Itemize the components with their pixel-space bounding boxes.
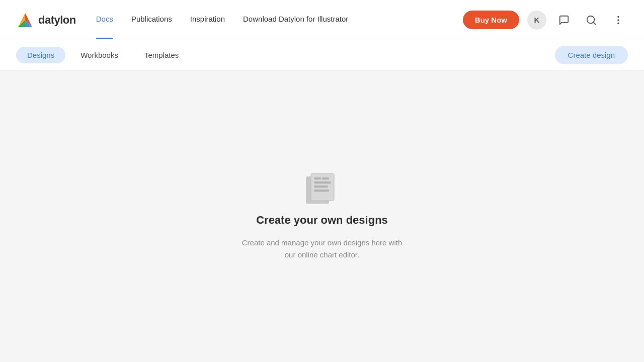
nav-link-download[interactable]: Download Datylon for Illustrator (243, 15, 348, 25)
nav-link-docs[interactable]: Docs (96, 15, 113, 25)
tab-workbooks[interactable]: Workbooks (69, 47, 129, 63)
svg-rect-11 (314, 182, 331, 184)
tabs-left: Designs Workbooks Templates (16, 47, 190, 63)
tab-designs[interactable]: Designs (16, 47, 65, 63)
more-options-icon (613, 15, 624, 26)
chat-icon-button[interactable] (554, 11, 574, 30)
svg-point-6 (618, 16, 619, 17)
nav-right: Buy Now K (463, 11, 628, 30)
logo-link[interactable]: datylon (16, 11, 76, 29)
nav-links: Docs Publications Inspiration Download D… (96, 15, 463, 25)
empty-state: Create your own designs Create and manag… (236, 171, 408, 261)
svg-rect-13 (314, 190, 329, 192)
main-content: Create your own designs Create and manag… (0, 70, 644, 362)
more-options-button[interactable] (609, 11, 628, 30)
search-icon (586, 15, 597, 26)
navbar: datylon Docs Publications Inspiration Do… (0, 0, 644, 40)
svg-point-7 (618, 20, 619, 21)
logo-text: datylon (38, 14, 76, 27)
nav-link-inspiration[interactable]: Inspiration (190, 15, 225, 25)
svg-line-5 (593, 22, 595, 24)
nav-link-publications[interactable]: Publications (131, 15, 172, 25)
create-design-button[interactable]: Create design (555, 46, 628, 64)
chat-icon (558, 15, 570, 26)
tabs-bar: Designs Workbooks Templates Create desig… (0, 40, 644, 70)
buy-now-button[interactable]: Buy Now (463, 11, 519, 29)
empty-state-icon (302, 171, 342, 204)
logo-icon (16, 11, 34, 29)
svg-point-8 (618, 23, 619, 24)
empty-state-description: Create and manage your own designs here … (236, 237, 408, 261)
empty-state-title: Create your own designs (256, 214, 388, 227)
svg-rect-12 (314, 186, 328, 188)
search-icon-button[interactable] (582, 11, 601, 30)
svg-rect-15 (322, 177, 329, 179)
svg-rect-14 (314, 177, 321, 179)
tab-templates[interactable]: Templates (133, 47, 190, 63)
user-avatar-button[interactable]: K (527, 11, 546, 30)
